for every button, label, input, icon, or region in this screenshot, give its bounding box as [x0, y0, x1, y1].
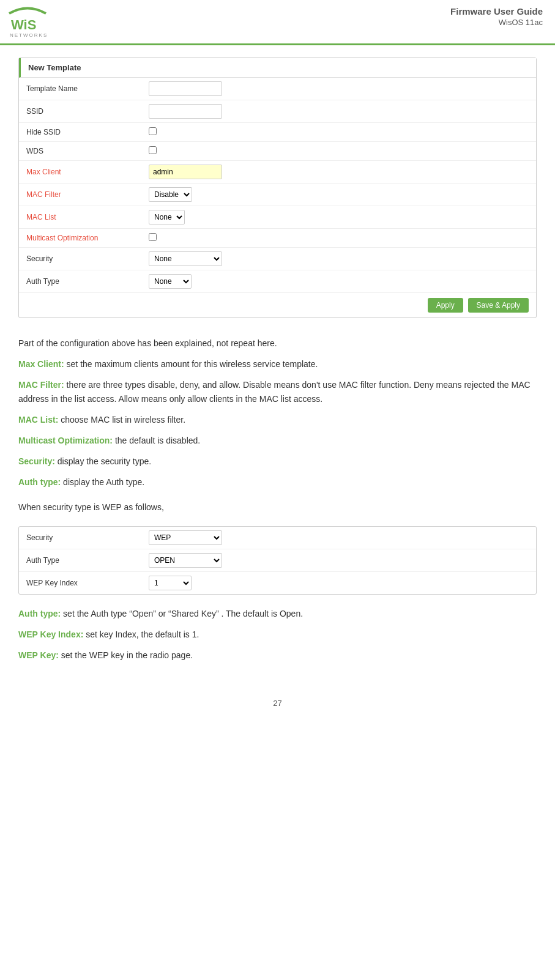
desc-wep-key: set the WEP key in the radio page.	[61, 650, 193, 660]
value-security: None WEP WPA WPA2	[141, 248, 536, 270]
wep-intro-section: When security type is WEP as follows,	[18, 500, 537, 515]
svg-text:WiS: WiS	[11, 17, 36, 32]
input-template-name[interactable]	[149, 81, 222, 96]
desc-auth-type-wep: set the Auth type “Open” or “Shared Key”…	[63, 609, 303, 618]
desc-mac-list: choose MAC list in wireless filter.	[61, 415, 185, 425]
max-client-desc: Max Client: set the maximum clients amou…	[18, 357, 537, 372]
page-footer: 27	[0, 692, 555, 714]
term-mac-filter: MAC Filter:	[18, 380, 64, 390]
wep-description-section: Auth type: set the Auth type “Open” or “…	[18, 607, 537, 663]
wep-intro-text: When security type is WEP as follows,	[18, 500, 537, 515]
multicast-opt-desc: Multicast Optimization: the default is d…	[18, 434, 537, 448]
value-mac-list: None	[141, 206, 536, 229]
checkbox-multicast-opt[interactable]	[149, 233, 157, 241]
panel-title: New Template	[19, 58, 536, 78]
label-wep-security: Security	[19, 527, 141, 549]
table-row: Security None WEP WPA WPA2	[19, 248, 536, 270]
term-auth-type: Auth type:	[18, 477, 61, 487]
wep-key-index-desc: WEP Key Index: set key Index, the defaul…	[18, 628, 537, 642]
label-wds: WDS	[19, 142, 141, 161]
header-title: Firmware User Guide	[450, 6, 543, 17]
select-wep-auth-type[interactable]: OPEN Shared Key	[149, 553, 222, 568]
table-row: MAC List None	[19, 206, 536, 229]
label-max-client: Max Client	[19, 161, 141, 184]
term-multicast-opt: Multicast Optimization:	[18, 436, 113, 445]
term-max-client: Max Client:	[18, 359, 64, 369]
save-apply-button[interactable]: Save & Apply	[468, 298, 529, 313]
label-multicast-opt: Multicast Optimization	[19, 229, 141, 248]
checkbox-hide-ssid[interactable]	[149, 127, 157, 135]
table-row: Hide SSID	[19, 123, 536, 142]
label-template-name: Template Name	[19, 78, 141, 100]
buttons-row: Apply Save & Apply	[19, 292, 536, 317]
input-ssid[interactable]	[149, 104, 222, 119]
main-content: New Template Template Name SSID	[0, 45, 555, 686]
desc-max-client: set the maximum clients amount for this …	[67, 359, 318, 369]
select-auth-type[interactable]: None OPEN Shared Key	[149, 274, 192, 289]
input-max-client[interactable]	[149, 165, 222, 179]
value-wep-key-index: 1 2 3 4	[141, 572, 536, 595]
table-row: Security WEP None WPA WPA2	[19, 527, 536, 549]
term-wep-key: WEP Key:	[18, 650, 59, 660]
security-desc: Security: display the security type.	[18, 455, 537, 469]
select-wep-security[interactable]: WEP None WPA WPA2	[149, 530, 222, 545]
table-row: Multicast Optimization	[19, 229, 536, 248]
value-max-client	[141, 161, 536, 184]
value-template-name	[141, 78, 536, 100]
header-subtitle: WisOS 11ac	[450, 18, 543, 27]
svg-text:NETWORKS: NETWORKS	[10, 32, 48, 38]
table-row: WDS	[19, 142, 536, 161]
intro-text: Part of the configuration above has been…	[18, 336, 537, 351]
desc-security: display the security type.	[58, 456, 151, 466]
value-ssid	[141, 100, 536, 123]
select-security[interactable]: None WEP WPA WPA2	[149, 251, 222, 266]
label-wep-auth-type: Auth Type	[19, 549, 141, 572]
value-multicast-opt	[141, 229, 536, 248]
label-hide-ssid: Hide SSID	[19, 123, 141, 142]
label-mac-list: MAC List	[19, 206, 141, 229]
wep-table: Security WEP None WPA WPA2 Auth Type	[19, 527, 536, 594]
term-auth-type-wep: Auth type:	[18, 609, 61, 618]
mac-filter-desc: MAC Filter: there are three types disabl…	[18, 378, 537, 407]
table-row: SSID	[19, 100, 536, 123]
label-ssid: SSID	[19, 100, 141, 123]
value-auth-type: None OPEN Shared Key	[141, 270, 536, 293]
table-row: Auth Type OPEN Shared Key	[19, 549, 536, 572]
table-row: WEP Key Index 1 2 3 4	[19, 572, 536, 595]
desc-mac-filter: there are three types disable, deny, and…	[18, 380, 531, 404]
value-wep-security: WEP None WPA WPA2	[141, 527, 536, 549]
table-row: MAC Filter Disable Deny Allow	[19, 184, 536, 206]
label-mac-filter: MAC Filter	[19, 184, 141, 206]
label-security: Security	[19, 248, 141, 270]
label-auth-type: Auth Type	[19, 270, 141, 293]
auth-type-desc: Auth type: display the Auth type.	[18, 475, 537, 490]
form-table: Template Name SSID Hide SSID	[19, 78, 536, 292]
desc-auth-type: display the Auth type.	[63, 477, 144, 487]
page-number: 27	[273, 699, 281, 708]
select-wep-key-index[interactable]: 1 2 3 4	[149, 576, 192, 590]
desc-multicast-opt: the default is disabled.	[115, 436, 200, 445]
auth-type-wep-desc: Auth type: set the Auth type “Open” or “…	[18, 607, 537, 622]
value-mac-filter: Disable Deny Allow	[141, 184, 536, 206]
wep-panel: Security WEP None WPA WPA2 Auth Type	[18, 526, 537, 595]
description-section: Part of the configuration above has been…	[18, 336, 537, 489]
select-mac-list[interactable]: None	[149, 210, 185, 225]
term-wep-key-index: WEP Key Index:	[18, 629, 83, 639]
value-wds	[141, 142, 536, 161]
logo: WiS NETWORKS	[6, 6, 49, 40]
wep-key-desc: WEP Key: set the WEP key in the radio pa…	[18, 648, 537, 663]
header-right: Firmware User Guide WisOS 11ac	[450, 6, 543, 27]
table-row: Max Client	[19, 161, 536, 184]
new-template-panel: New Template Template Name SSID	[18, 58, 537, 318]
value-wep-auth-type: OPEN Shared Key	[141, 549, 536, 572]
apply-button[interactable]: Apply	[428, 298, 463, 313]
term-security: Security:	[18, 456, 55, 466]
logo-area: WiS NETWORKS	[6, 6, 49, 40]
desc-wep-key-index: set key Index, the default is 1.	[86, 629, 199, 639]
value-hide-ssid	[141, 123, 536, 142]
mac-list-desc: MAC List: choose MAC list in wireless fi…	[18, 413, 537, 428]
select-mac-filter[interactable]: Disable Deny Allow	[149, 187, 192, 202]
label-wep-key-index: WEP Key Index	[19, 572, 141, 595]
checkbox-wds[interactable]	[149, 146, 157, 154]
table-row: Auth Type None OPEN Shared Key	[19, 270, 536, 293]
